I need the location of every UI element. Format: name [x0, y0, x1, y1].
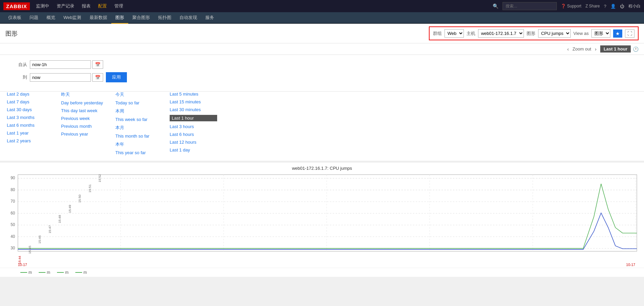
- view-as-label: View as: [573, 31, 589, 36]
- link-last-30-days[interactable]: Last 30 days: [7, 107, 54, 112]
- quick-links-panel: Last 2 days Last 7 days Last 30 days Las…: [0, 91, 644, 161]
- link-previous-week[interactable]: Previous week: [61, 116, 109, 121]
- period-badge[interactable]: Last 1 hour: [600, 45, 631, 53]
- link-this-week[interactable]: 本周: [115, 108, 163, 114]
- graph-label: 图形: [527, 30, 535, 37]
- nav-reports[interactable]: 报表: [81, 0, 91, 12]
- to-calendar-button[interactable]: 📅: [92, 73, 103, 82]
- subnav-web[interactable]: Web监测: [59, 12, 86, 24]
- link-last-1-year[interactable]: Last 1 year: [7, 130, 54, 136]
- zoom-out-label: Zoom out: [572, 46, 591, 52]
- svg-text:90: 90: [11, 176, 15, 180]
- quick-col-1: Last 2 days Last 7 days Last 30 days Las…: [7, 91, 61, 155]
- time-picker-panel: 自从 📅 到 📅 应用: [0, 55, 644, 91]
- subnav-dashboard[interactable]: 仪表板: [4, 12, 25, 24]
- from-label: 自从: [7, 62, 27, 68]
- link-last-1-day[interactable]: Last 1 day: [170, 147, 217, 152]
- link-today-so-far[interactable]: Today so far: [115, 100, 163, 105]
- star-button[interactable]: ★: [613, 29, 622, 38]
- link-this-year-so-far[interactable]: This year so far: [115, 150, 163, 155]
- search-input[interactable]: [503, 2, 557, 10]
- to-input[interactable]: [30, 73, 91, 82]
- subnav-overview[interactable]: 概览: [42, 12, 59, 24]
- svg-text:15:52: 15:52: [98, 174, 101, 182]
- top-right-nav: 🔍 ❓ Support Z Share ? 👤 ⏻ 程小白: [493, 2, 641, 10]
- quick-col-2: 昨天 Day before yesterday This day last we…: [61, 91, 115, 155]
- link-last-7-days[interactable]: Last 7 days: [7, 99, 54, 104]
- svg-text:15:50: 15:50: [78, 195, 81, 203]
- link-previous-month[interactable]: Previous month: [61, 124, 109, 129]
- link-previous-year[interactable]: Previous year: [61, 131, 109, 137]
- subnav-latest[interactable]: 最新数据: [86, 12, 111, 24]
- group-label: 群组: [433, 30, 442, 37]
- subnav-problems[interactable]: 问题: [25, 12, 42, 24]
- legend-item-4: m: [75, 270, 87, 275]
- link-last-2-days[interactable]: Last 2 days: [7, 91, 54, 97]
- zoom-bar: ‹ Zoom out › Last 1 hour 🕐: [0, 43, 644, 55]
- link-last-12-hours[interactable]: Last 12 hours: [170, 140, 217, 145]
- share-link[interactable]: Z Share: [585, 4, 600, 8]
- to-label: 到: [7, 74, 27, 80]
- power-icon[interactable]: ⏻: [620, 4, 624, 9]
- apply-button[interactable]: 应用: [106, 72, 127, 82]
- legend-item-2: m: [39, 270, 50, 275]
- view-as-select[interactable]: 图形: [591, 29, 610, 38]
- page-header: 图形 群组 Web 主机 web01-172.16.1.7 图形 CPU jum…: [0, 24, 644, 43]
- svg-text:15:47: 15:47: [48, 225, 52, 233]
- link-last-6-months[interactable]: Last 6 months: [7, 123, 54, 128]
- help-icon[interactable]: ?: [604, 4, 606, 9]
- link-today[interactable]: 今天: [115, 91, 163, 98]
- link-this-day-last-week[interactable]: This day last week: [61, 108, 109, 113]
- svg-text:15:48: 15:48: [58, 215, 61, 223]
- link-last-30-min[interactable]: Last 30 minutes: [170, 107, 217, 112]
- host-select[interactable]: web01-172.16.1.7: [478, 29, 524, 38]
- subnav-topology[interactable]: 拓扑图: [154, 12, 175, 24]
- link-last-1-hour[interactable]: Last 1 hour: [170, 115, 217, 121]
- svg-text:15:45: 15:45: [28, 246, 32, 254]
- link-day-before-yesterday[interactable]: Day before yesterday: [61, 100, 109, 105]
- link-this-year[interactable]: 本年: [115, 141, 163, 147]
- subnav-services[interactable]: 服务: [201, 12, 218, 24]
- group-select[interactable]: Web: [444, 29, 464, 38]
- chart-title: web01-172.16.1.7: CPU jumps: [0, 166, 644, 171]
- link-last-6-hours[interactable]: Last 6 hours: [170, 132, 217, 137]
- subnav-aggregate[interactable]: 聚合图形: [128, 12, 154, 24]
- graph-select[interactable]: CPU jumps: [538, 29, 571, 38]
- nav-assets[interactable]: 资产记录: [56, 0, 75, 12]
- link-last-3-months[interactable]: Last 3 months: [7, 115, 54, 120]
- subnav-autodiscovery[interactable]: 自动发现: [175, 12, 201, 24]
- filter-bar: 群组 Web 主机 web01-172.16.1.7 图形 CPU jumps …: [429, 26, 639, 40]
- link-last-2-years[interactable]: Last 2 years: [7, 138, 54, 143]
- from-input[interactable]: [30, 60, 91, 69]
- top-nav-links: 监测中 资产记录 报表 配置 管理: [35, 0, 493, 12]
- zoom-prev-button[interactable]: ‹: [566, 46, 571, 53]
- nav-admin[interactable]: 管理: [114, 0, 124, 12]
- link-this-week-so-far[interactable]: This week so far: [115, 117, 163, 122]
- nav-config[interactable]: 配置: [97, 0, 108, 12]
- svg-text:15:51: 15:51: [88, 184, 92, 192]
- user-name: 程小白: [628, 3, 641, 9]
- link-this-month[interactable]: 本月: [115, 125, 163, 131]
- support-link[interactable]: ❓ Support: [561, 4, 581, 8]
- from-calendar-button[interactable]: 📅: [92, 60, 103, 69]
- quick-col-4: Last 5 minutes Last 15 minutes Last 30 m…: [170, 91, 224, 155]
- link-yesterday[interactable]: 昨天: [61, 91, 109, 98]
- to-row: 到 📅 应用: [7, 72, 637, 82]
- chart-legend: m m m m: [0, 268, 644, 277]
- from-row: 自从 📅: [7, 60, 637, 69]
- svg-text:10-17: 10-17: [626, 263, 635, 267]
- link-this-month-so-far[interactable]: This month so far: [115, 134, 163, 139]
- svg-text:70: 70: [11, 199, 15, 203]
- link-last-3-hours[interactable]: Last 3 hours: [170, 124, 217, 129]
- link-last-5-min[interactable]: Last 5 minutes: [170, 91, 217, 97]
- legend-item-3: m: [57, 270, 69, 275]
- nav-monitoring[interactable]: 监测中: [35, 0, 50, 12]
- subnav-graphs[interactable]: 图形: [111, 12, 128, 24]
- page-title: 图形: [5, 29, 18, 38]
- user-icon[interactable]: 👤: [610, 4, 616, 9]
- link-last-15-min[interactable]: Last 15 minutes: [170, 99, 217, 104]
- host-label: 主机: [467, 30, 475, 37]
- zoom-next-button[interactable]: ›: [593, 46, 598, 53]
- clock-icon[interactable]: 🕐: [633, 46, 639, 52]
- fullscreen-button[interactable]: ⛶: [625, 29, 634, 38]
